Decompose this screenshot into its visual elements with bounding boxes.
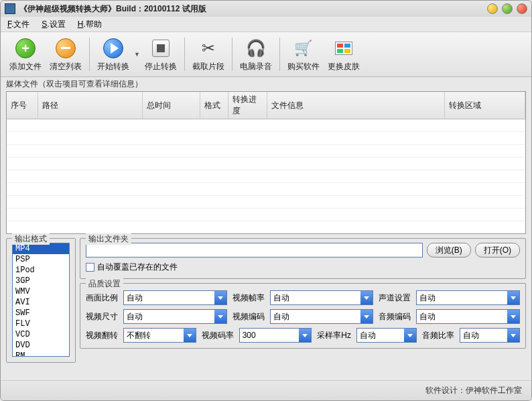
menu-settings[interactable]: S.设置 [42, 19, 65, 30]
stop-convert-button[interactable]: 停止转换 [141, 34, 180, 74]
file-table[interactable]: 序号 路径 总时间 格式 转换进度 文件信息 转换区域 [6, 91, 526, 234]
vbitrate-combo[interactable]: 300 [239, 328, 312, 343]
vcodec-combo[interactable]: 自动 [270, 309, 374, 324]
acodec-label: 音频编码 [379, 311, 411, 323]
abitrate-label: 音频比率 [422, 330, 454, 341]
size-combo[interactable]: 自动 [123, 309, 227, 324]
minus-icon [56, 38, 76, 58]
col-path[interactable]: 路径 [38, 92, 142, 119]
overwrite-label: 自动覆盖已存在的文件 [97, 262, 178, 273]
headset-icon: 🎧 [245, 37, 267, 60]
chevron-down-icon [214, 310, 226, 323]
aspect-label: 画面比例 [86, 292, 118, 304]
buy-software-button[interactable]: 🛒 购买软件 [284, 34, 323, 74]
record-audio-button[interactable]: 🎧 电脑录音 [237, 34, 275, 74]
overwrite-checkbox[interactable] [86, 263, 94, 272]
theme-icon [335, 42, 352, 55]
chevron-down-icon [360, 291, 373, 304]
flip-combo[interactable]: 不翻转 [123, 328, 196, 343]
start-convert-button[interactable]: 开始转换 [94, 34, 133, 74]
plus-icon: + [15, 38, 36, 58]
format-item[interactable]: iPod [13, 265, 69, 276]
channel-combo[interactable]: 自动 [416, 290, 520, 305]
chevron-down-icon [299, 329, 311, 342]
scissors-icon: ✂ [197, 37, 220, 60]
chevron-down-icon [507, 310, 519, 323]
app-icon [5, 3, 15, 14]
flip-label: 视频翻转 [86, 330, 118, 341]
open-button[interactable]: 打开(O) [475, 243, 520, 257]
title-bar: 《伊神超级视频转换大师》Build：20100112 试用版 [1, 1, 531, 17]
vcodec-label: 视频编码 [232, 311, 265, 323]
format-item[interactable]: RM [13, 351, 69, 357]
toolbar-separator [184, 38, 185, 71]
abitrate-combo[interactable]: 自动 [460, 328, 520, 343]
chevron-down-icon [184, 329, 196, 342]
col-format[interactable]: 格式 [200, 92, 228, 119]
vbitrate-label: 视频码率 [202, 330, 234, 341]
format-item[interactable]: PSP [13, 254, 69, 265]
format-item[interactable]: VCD [13, 329, 69, 340]
media-group-label: 媒体文件（双击项目可查看详细信息） [1, 77, 531, 91]
window-title: 《伊神超级视频转换大师》Build：20100112 试用版 [19, 3, 487, 15]
output-format-list[interactable]: MP4PSPiPod3GPWMVAVISWFFLVVCDDVDRMMKV [12, 243, 70, 357]
format-item[interactable]: 3GP [13, 276, 69, 286]
chevron-down-icon [404, 329, 416, 342]
fps-label: 视频帧率 [232, 292, 265, 304]
play-icon [103, 38, 123, 58]
format-item[interactable]: FLV [13, 319, 69, 329]
stop-icon [152, 40, 170, 57]
add-file-button[interactable]: + 添加文件 [6, 34, 45, 74]
format-item[interactable]: SWF [13, 308, 69, 319]
output-folder-group: 输出文件夹 浏览(B) 打开(O) 自动覆盖已存在的文件 [80, 238, 526, 279]
col-region[interactable]: 转换区域 [445, 92, 525, 119]
menu-file[interactable]: F.文件 [7, 19, 29, 30]
acodec-combo[interactable]: 自动 [416, 309, 520, 324]
footer-credit: 软件设计：伊神软件工作室 [1, 380, 531, 400]
change-theme-button[interactable]: 更换皮肤 [324, 34, 363, 74]
aspect-combo[interactable]: 自动 [123, 290, 227, 305]
clear-list-button[interactable]: 清空列表 [46, 34, 85, 74]
chevron-down-icon [507, 291, 519, 304]
cart-icon: 🛒 [292, 37, 315, 60]
col-progress[interactable]: 转换进度 [228, 92, 267, 119]
chevron-down-icon [507, 329, 519, 342]
close-button[interactable] [517, 3, 527, 14]
output-folder-input[interactable] [86, 243, 423, 257]
format-item[interactable]: AVI [13, 297, 69, 308]
format-item[interactable]: DVD [13, 340, 69, 351]
format-item[interactable]: WMV [13, 286, 69, 297]
maximize-button[interactable] [502, 3, 513, 14]
toolbar-separator [89, 38, 90, 71]
srate-combo[interactable]: 自动 [356, 328, 417, 343]
quality-group: 品质设置 画面比例 自动 视频帧率 自动 声道设置 自动 视频尺寸 自动 视频编… [80, 283, 526, 349]
col-duration[interactable]: 总时间 [142, 92, 200, 119]
col-no[interactable]: 序号 [7, 92, 38, 119]
output-format-group: 输出格式 MP4PSPiPod3GPWMVAVISWFFLVVCDDVDRMMK… [6, 238, 76, 363]
fps-combo[interactable]: 自动 [270, 290, 374, 305]
size-label: 视频尺寸 [86, 311, 118, 323]
start-dropdown-arrow[interactable]: ▼ [134, 51, 140, 58]
chevron-down-icon [214, 291, 226, 304]
toolbar-separator [232, 38, 232, 71]
channel-label: 声道设置 [379, 292, 411, 304]
menu-bar: F.文件 S.设置 H.帮助 [1, 17, 531, 32]
format-item[interactable]: MP4 [13, 243, 69, 254]
minimize-button[interactable] [487, 3, 498, 14]
menu-help[interactable]: H.帮助 [78, 19, 102, 30]
cut-segment-button[interactable]: ✂ 截取片段 [189, 34, 228, 74]
toolbar-separator [279, 38, 280, 71]
chevron-down-icon [360, 310, 373, 323]
srate-label: 采样率Hz [317, 330, 351, 341]
toolbar: + 添加文件 清空列表 开始转换 ▼ 停止转换 ✂ 截取片段 🎧 电脑录音 🛒 … [1, 32, 531, 77]
col-info[interactable]: 文件信息 [267, 92, 445, 119]
browse-button[interactable]: 浏览(B) [427, 243, 471, 257]
